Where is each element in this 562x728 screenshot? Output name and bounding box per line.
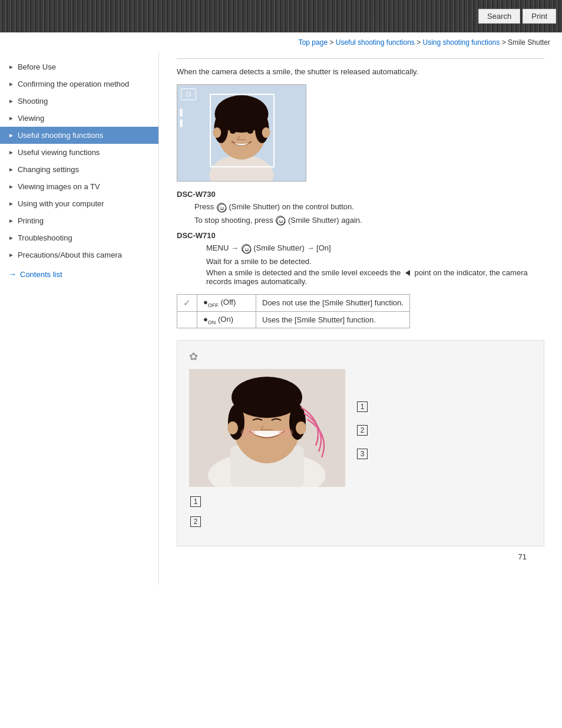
chevron-right-icon: ►: [8, 235, 14, 241]
sidebar-item-viewing-tv[interactable]: ► Viewing images on a TV: [0, 178, 158, 195]
sidebar-item-using-computer[interactable]: ► Using with your computer: [0, 195, 158, 212]
table-desc-cell: Uses the [Smile Shutter] function.: [256, 311, 410, 328]
menu-suffix: (Smile Shutter) → [On]: [253, 243, 330, 252]
breadcrumb-top[interactable]: Top page: [299, 38, 328, 47]
table-row: ●ON (On) Uses the [Smile Shutter] functi…: [177, 311, 410, 328]
camera-mode-icon: [181, 88, 196, 100]
contents-list-link[interactable]: → Contents list: [0, 263, 158, 285]
sidebar-item-label: Shooting: [18, 97, 153, 106]
header-buttons: Search Print: [478, 9, 556, 24]
sidebar-item-label: Precautions/About this camera: [18, 251, 153, 259]
chevron-right-icon: ►: [8, 132, 14, 139]
dsc-w730-instruction2: To stop shooting, press (Smile Shutter) …: [194, 216, 544, 226]
svg-point-6: [230, 129, 236, 134]
table-icon-cell: ●OFF (Off): [197, 294, 256, 311]
side-buttons: [180, 108, 183, 127]
svg-point-29: [296, 421, 306, 434]
svg-point-7: [247, 129, 253, 134]
arrow-indicator: [405, 270, 410, 276]
table-icon-cell: ●ON (On): [197, 311, 256, 328]
camera-photo: [177, 84, 306, 182]
photo-with-numbers: 1 2 3: [189, 369, 354, 487]
sidebar-item-useful-viewing[interactable]: ► Useful viewing functions: [0, 144, 158, 161]
svg-point-10: [218, 204, 226, 212]
sidebar-item-confirming[interactable]: ► Confirming the operation method: [0, 75, 158, 93]
sidebar-item-viewing[interactable]: ► Viewing: [0, 110, 158, 127]
tip-icon: ✿: [189, 350, 532, 363]
num-box-2: 2: [190, 516, 201, 527]
svg-point-16: [243, 245, 251, 253]
sidebar-item-label: Viewing images on a TV: [18, 182, 153, 191]
instruction-suffix: (Smile Shutter) on the control button.: [229, 202, 353, 211]
svg-point-9: [262, 127, 270, 138]
dsc-w710-menu: MENU → (Smile Shutter) → [On]: [206, 243, 544, 253]
stop-prefix: To stop shooting, press: [194, 216, 275, 225]
sidebar-item-before-use[interactable]: ► Before Use: [0, 58, 158, 75]
sidebar: ► Before Use ► Confirming the operation …: [0, 52, 159, 585]
smile-shutter-icon3: [242, 244, 251, 253]
breadcrumb-using-shooting[interactable]: Using shooting functions: [423, 38, 500, 47]
breadcrumb-sep2: >: [416, 38, 422, 47]
sidebar-item-label: Changing settings: [18, 165, 153, 174]
svg-point-8: [213, 127, 221, 138]
smile-shutter-icon: [217, 203, 226, 212]
numbered-items: 1 2: [189, 496, 532, 527]
wait-text: Wait for a smile to be detected.: [206, 257, 544, 266]
sidebar-item-label: Confirming the operation method: [18, 80, 153, 88]
svg-point-17: [245, 248, 246, 249]
shutter-table: ✓ ●OFF (Off) Does not use the [Smile Shu…: [177, 294, 410, 329]
dsc-w710-label: DSC-W710: [177, 231, 544, 240]
numbered-item-2: 2: [189, 516, 532, 527]
sidebar-item-changing-settings[interactable]: ► Changing settings: [0, 161, 158, 178]
chevron-right-icon: ►: [8, 166, 14, 173]
page-number: 71: [177, 546, 544, 567]
smile-indicator-photo: [189, 369, 345, 487]
svg-point-12: [223, 207, 224, 208]
table-desc-cell: Does not use the [Smile Shutter] functio…: [256, 294, 410, 311]
camera-photo-svg: [177, 84, 306, 182]
num-label-3: 3: [357, 449, 368, 459]
chevron-right-icon: ►: [8, 183, 14, 190]
svg-point-28: [227, 421, 238, 434]
arrow-right-icon: →: [8, 269, 16, 279]
svg-point-27: [279, 428, 293, 437]
svg-point-13: [277, 217, 285, 225]
dsc-w730-instruction1: Press (Smile Shutter) on the control but…: [194, 202, 544, 212]
sidebar-item-label: Useful shooting functions: [18, 131, 153, 140]
svg-point-26: [241, 428, 255, 437]
search-button[interactable]: Search: [478, 9, 520, 24]
print-button[interactable]: Print: [523, 9, 556, 24]
sidebar-item-troubleshooting[interactable]: ► Troubleshooting: [0, 229, 158, 246]
smile-photo-svg: [189, 369, 345, 487]
sidebar-item-label: Viewing: [18, 114, 153, 123]
breadcrumb-useful-shooting[interactable]: Useful shooting functions: [336, 38, 415, 47]
sidebar-item-precautions[interactable]: ► Precautions/About this camera: [0, 246, 158, 263]
sidebar-item-label: Troubleshooting: [18, 233, 153, 242]
indicator-text: When a smile is detected and the smile l…: [206, 268, 544, 286]
table-row: ✓ ●OFF (Off) Does not use the [Smile Shu…: [177, 294, 410, 311]
numbered-item-1: 1: [189, 496, 532, 507]
chevron-right-icon: ►: [8, 252, 14, 258]
smile-indicator-box: ✿: [177, 340, 544, 546]
sidebar-item-printing[interactable]: ► Printing: [0, 212, 158, 229]
dsc-w730-label: DSC-W730: [177, 190, 544, 199]
smile-shutter-icon2: [276, 216, 285, 225]
instruction-prefix: Press: [194, 202, 216, 211]
svg-point-18: [247, 248, 249, 249]
breadcrumb-current: Smile Shutter: [508, 38, 550, 47]
sidebar-item-label: Using with your computer: [18, 199, 153, 208]
menu-text: MENU →: [206, 243, 241, 252]
table-check-cell: [177, 311, 197, 328]
photo-container: 1 2 3: [189, 369, 532, 487]
num-label-1: 1: [357, 401, 368, 412]
chevron-right-icon: ►: [8, 98, 14, 104]
chevron-right-icon: ►: [8, 115, 14, 121]
num-box-1: 1: [190, 496, 201, 507]
side-number-labels: 1 2 3: [356, 401, 369, 459]
chevron-right-icon: ►: [8, 64, 14, 70]
sidebar-item-shooting[interactable]: ► Shooting: [0, 93, 158, 110]
main-content: When the camera detects a smile, the shu…: [159, 52, 562, 585]
table-check-cell: ✓: [177, 294, 197, 311]
layout: ► Before Use ► Confirming the operation …: [0, 52, 562, 585]
sidebar-item-useful-shooting[interactable]: ► Useful shooting functions: [0, 127, 158, 144]
